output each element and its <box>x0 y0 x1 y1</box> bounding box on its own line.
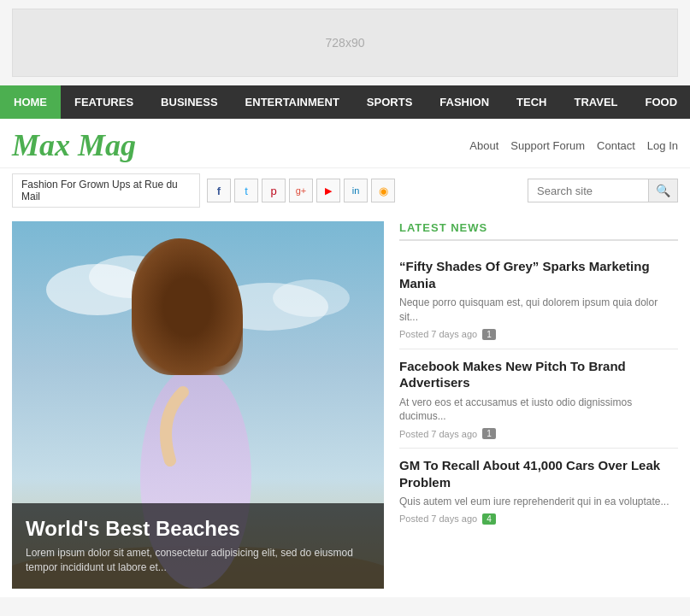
main-content: World's Best Beaches Lorem ipsum dolor s… <box>0 213 690 597</box>
news-item-posted-2: Posted 7 days ago <box>399 429 477 439</box>
latest-news-section: LATEST NEWS “Fifty Shades Of Grey” Spark… <box>384 221 678 589</box>
search-button[interactable]: 🔍 <box>648 179 677 202</box>
news-item-comments-3[interactable]: 4 <box>482 513 496 525</box>
ad-label: 728x90 <box>326 36 365 50</box>
news-item-excerpt-2: At vero eos et accusamus et iusto odio d… <box>399 396 678 425</box>
search-input[interactable] <box>528 180 648 202</box>
pinterest-icon[interactable]: p <box>262 179 286 202</box>
contact-link[interactable]: Contact <box>597 139 635 152</box>
news-item-meta-2: Posted 7 days ago 1 <box>399 428 678 439</box>
news-item-2: Facebook Makes New Pitch To Brand Advert… <box>399 349 678 449</box>
news-item-meta-3: Posted 7 days ago 4 <box>399 513 678 525</box>
news-item-1: “Fifty Shades Of Grey” Sparks Marketing … <box>399 249 678 349</box>
nav-home[interactable]: HOME <box>0 85 61 119</box>
ticker-text: Fashion For Grown Ups at Rue du Mail <box>12 173 200 208</box>
news-item-title-2[interactable]: Facebook Makes New Pitch To Brand Advert… <box>399 358 678 391</box>
featured-article: World's Best Beaches Lorem ipsum dolor s… <box>12 221 384 589</box>
featured-overlay: World's Best Beaches Lorem ipsum dolor s… <box>12 503 384 589</box>
news-item-comments-1[interactable]: 1 <box>482 329 496 340</box>
svg-point-11 <box>195 328 219 345</box>
news-item-posted-1: Posted 7 days ago <box>399 329 477 339</box>
search-bar: 🔍 <box>528 179 678 202</box>
rss-icon[interactable]: ◉ <box>371 179 395 202</box>
googleplus-icon[interactable]: g+ <box>289 179 313 202</box>
featured-title[interactable]: World's Best Beaches <box>26 517 370 542</box>
nav-fashion[interactable]: FASHION <box>426 85 503 119</box>
latest-news-title: LATEST NEWS <box>399 221 678 241</box>
site-header: Max Mag About Support Forum Contact Log … <box>0 119 690 167</box>
news-item-title-1[interactable]: “Fifty Shades Of Grey” Sparks Marketing … <box>399 258 678 291</box>
svg-point-8 <box>144 268 230 362</box>
header-links: About Support Forum Contact Log In <box>469 139 678 152</box>
ticker-bar: Fashion For Grown Ups at Rue du Mail f t… <box>0 167 690 213</box>
social-icons: f t p g+ ▶ in ◉ <box>207 179 395 202</box>
news-item-3: GM To Recall About 41,000 Cars Over Leak… <box>399 449 678 533</box>
svg-point-7 <box>166 298 226 367</box>
nav-sports[interactable]: SPORTS <box>353 85 426 119</box>
twitter-icon[interactable]: t <box>234 179 258 202</box>
featured-excerpt: Lorem ipsum dolor sit amet, consectetur … <box>26 546 370 575</box>
site-logo[interactable]: Max Mag <box>12 127 136 163</box>
nav-food[interactable]: FOOD <box>632 85 690 119</box>
svg-point-9 <box>192 281 243 367</box>
facebook-icon[interactable]: f <box>207 179 231 202</box>
news-item-excerpt-3: Quis autem vel eum iure reprehenderit qu… <box>399 495 678 509</box>
news-item-posted-3: Posted 7 days ago <box>399 513 477 524</box>
nav-business[interactable]: BUSINESS <box>147 85 231 119</box>
navbar: HOME FEATURES BUSINESS ENTERTAINMENT SPO… <box>0 85 690 119</box>
svg-line-12 <box>195 337 199 338</box>
svg-point-4 <box>273 279 350 317</box>
news-item-meta-1: Posted 7 days ago 1 <box>399 329 678 340</box>
news-item-comments-2[interactable]: 1 <box>482 428 496 439</box>
about-link[interactable]: About <box>469 139 498 152</box>
svg-point-2 <box>89 255 174 298</box>
svg-point-10 <box>175 331 199 348</box>
youtube-icon[interactable]: ▶ <box>316 179 340 202</box>
news-item-title-3[interactable]: GM To Recall About 41,000 Cars Over Leak… <box>399 457 678 490</box>
nav-features[interactable]: FEATURES <box>61 85 147 119</box>
news-item-excerpt-1: Neque porro quisquam est, qui dolorem ip… <box>399 296 678 325</box>
nav-entertainment[interactable]: ENTERTAINMENT <box>232 85 353 119</box>
linkedin-icon[interactable]: in <box>344 179 368 202</box>
login-link[interactable]: Log In <box>647 139 678 152</box>
support-forum-link[interactable]: Support Forum <box>510 139 585 152</box>
nav-tech[interactable]: TECH <box>503 85 560 119</box>
ad-banner: 728x90 <box>12 9 678 77</box>
nav-travel[interactable]: TRAVEL <box>561 85 632 119</box>
